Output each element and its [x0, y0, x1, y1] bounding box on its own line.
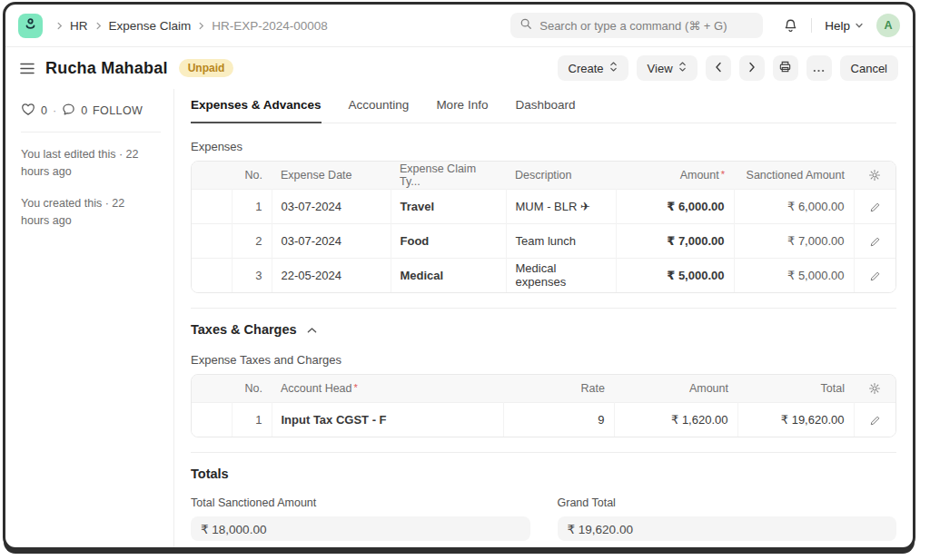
account-head-cell[interactable]: Input Tax CGST - F	[272, 402, 503, 437]
grand-total-field: Grand Total ₹ 19,620.00	[558, 496, 897, 541]
grand-total-label: Grand Total	[558, 496, 897, 509]
main-content: Expenses & Advances Accounting More Info…	[174, 89, 913, 547]
help-menu[interactable]: Help	[825, 19, 864, 33]
status-badge: Unpaid	[179, 59, 234, 77]
help-label: Help	[825, 19, 850, 33]
print-button[interactable]	[773, 55, 798, 81]
create-button-label: Create	[569, 62, 604, 75]
totals-section: Totals Total Sanctioned Amount ₹ 18,000.…	[191, 452, 896, 541]
expense-row[interactable]: 2 03-07-2024 Food Team lunch ₹ 7,000.00 …	[192, 223, 895, 258]
more-options-button[interactable]	[806, 55, 832, 81]
row-number: 1	[232, 189, 272, 223]
description-cell[interactable]: Medical expenses	[506, 258, 616, 292]
tab-dashboard[interactable]: Dashboard	[515, 98, 575, 123]
breadcrumb-item-hr[interactable]: HR	[70, 19, 88, 33]
grand-total-value: ₹ 19,620.00	[558, 516, 897, 541]
rate-cell[interactable]: 9	[503, 402, 614, 437]
totals-grid: Total Sanctioned Amount ₹ 18,000.00 Gran…	[191, 496, 896, 541]
edit-row-pencil-icon[interactable]	[869, 236, 881, 248]
expense-type-cell[interactable]: Medical	[391, 258, 506, 292]
cancel-button-label: Cancel	[851, 62, 887, 75]
grid-settings-gear-icon[interactable]	[868, 382, 881, 395]
tax-row[interactable]: 1 Input Tax CGST - F 9 ₹ 1,620.00 ₹ 19,6…	[192, 402, 895, 437]
amount-cell[interactable]: ₹ 6,000.00	[616, 189, 734, 223]
view-button[interactable]: View	[637, 55, 698, 81]
create-button[interactable]: Create	[558, 55, 628, 81]
required-marker: *	[354, 382, 358, 393]
breadcrumb-item-docname[interactable]: HR-EXP-2024-00008	[212, 19, 328, 33]
amount-cell[interactable]: ₹ 7,000.00	[616, 223, 734, 258]
required-marker: *	[721, 169, 725, 180]
col-expense-claim-type: Expense Claim Ty...	[391, 162, 506, 189]
created-text: You created this · 22 hours ago	[21, 195, 152, 231]
col-description: Description	[506, 162, 616, 189]
col-no: No.	[232, 162, 272, 189]
chevron-up-icon	[307, 322, 317, 337]
tab-accounting[interactable]: Accounting	[349, 98, 410, 123]
col-amount: Amount	[614, 375, 737, 402]
tab-more-info[interactable]: More Info	[436, 98, 488, 123]
follow-link[interactable]: FOLLOW	[93, 104, 143, 117]
social-row: 0 · 0 FOLLOW	[21, 103, 161, 119]
total-sanctioned-label: Total Sanctioned Amount	[191, 496, 530, 509]
sidebar-divider	[21, 132, 161, 133]
next-document-button[interactable]	[739, 55, 765, 81]
amount-cell[interactable]: ₹ 5,000.00	[616, 258, 734, 292]
chevron-down-icon	[855, 19, 864, 33]
edit-row-pencil-icon[interactable]	[869, 201, 881, 213]
ellipsis-icon	[813, 62, 825, 75]
edit-row-pencil-icon[interactable]	[869, 270, 881, 282]
user-avatar[interactable]: A	[876, 14, 900, 37]
taxes-section-title[interactable]: Taxes & Charges	[191, 322, 896, 337]
notifications-bell-icon[interactable]	[783, 18, 798, 34]
col-sanctioned-amount: Sanctioned Amount	[734, 162, 854, 189]
expense-type-cell[interactable]: Travel	[391, 189, 506, 223]
expenses-header-row: No. Expense Date Expense Claim Ty... Des…	[192, 162, 895, 189]
expense-row[interactable]: 1 03-07-2024 Travel MUM - BLR ✈ ₹ 6,000.…	[192, 189, 895, 223]
sidebar-toggle-icon[interactable]	[20, 63, 35, 74]
search-input[interactable]	[539, 19, 754, 33]
row-number: 3	[232, 258, 272, 292]
cancel-button[interactable]: Cancel	[840, 55, 898, 81]
description-cell[interactable]: Team lunch	[506, 223, 616, 258]
sanctioned-amount-cell[interactable]: ₹ 7,000.00	[734, 223, 854, 258]
tax-total-cell[interactable]: ₹ 19,620.00	[737, 402, 854, 437]
page-head: Rucha Mahabal Unpaid Create View	[5, 47, 913, 89]
chevron-right-icon	[747, 62, 757, 75]
app-logo[interactable]	[18, 14, 43, 38]
page-actions: Create View Cancel	[558, 55, 898, 81]
taxes-section: Taxes & Charges Expense Taxes and Charge…	[191, 308, 896, 437]
comment-count[interactable]: 0	[81, 104, 87, 117]
form-tabs: Expenses & Advances Accounting More Info…	[191, 89, 896, 123]
comment-icon[interactable]	[62, 103, 75, 119]
chevron-left-icon	[714, 62, 723, 75]
expense-date-cell[interactable]: 03-07-2024	[272, 223, 391, 258]
expense-type-cell[interactable]: Food	[391, 223, 506, 258]
navbar: HR Expense Claim HR-EXP-2024-00008 Help …	[5, 5, 913, 47]
heart-icon[interactable]	[21, 103, 35, 119]
taxes-title-label: Taxes & Charges	[191, 322, 297, 337]
view-button-label: View	[648, 62, 673, 75]
total-sanctioned-field: Total Sanctioned Amount ₹ 18,000.00	[191, 496, 530, 541]
sanctioned-amount-cell[interactable]: ₹ 6,000.00	[734, 189, 854, 223]
tab-expenses-advances[interactable]: Expenses & Advances	[191, 98, 322, 123]
breadcrumb-item-expense-claim[interactable]: Expense Claim	[109, 19, 192, 33]
edit-row-pencil-icon[interactable]	[869, 415, 881, 427]
expense-date-cell[interactable]: 03-07-2024	[272, 189, 391, 223]
expense-row[interactable]: 3 22-05-2024 Medical Medical expenses ₹ …	[192, 258, 895, 292]
tax-amount-cell[interactable]: ₹ 1,620.00	[614, 402, 737, 437]
global-search[interactable]	[510, 13, 763, 38]
like-count[interactable]: 0	[41, 104, 47, 117]
chevron-right-icon	[197, 22, 205, 30]
expenses-grid-label: Expenses	[191, 140, 896, 153]
totals-section-title: Totals	[191, 467, 896, 481]
hr-logo-icon	[23, 16, 38, 35]
expense-date-cell[interactable]: 22-05-2024	[272, 258, 391, 292]
prev-document-button[interactable]	[706, 55, 731, 81]
sanctioned-amount-cell[interactable]: ₹ 5,000.00	[734, 258, 854, 292]
description-cell[interactable]: MUM - BLR ✈	[506, 189, 616, 223]
row-number: 2	[232, 223, 272, 258]
grid-settings-gear-icon[interactable]	[868, 169, 881, 182]
taxes-grid-label: Expense Taxes and Charges	[191, 353, 896, 367]
totals-title-label: Totals	[191, 467, 229, 481]
